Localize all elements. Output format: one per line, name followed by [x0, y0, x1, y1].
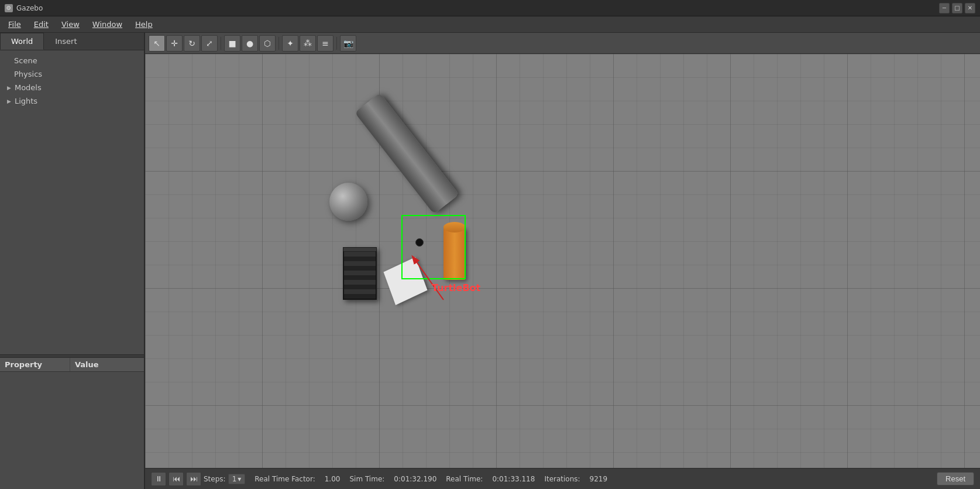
app-icon: ⚙	[5, 4, 13, 12]
property-header: Property Value	[0, 358, 144, 372]
minimize-button[interactable]: −	[939, 3, 950, 13]
iterations-value: 9219	[590, 475, 608, 483]
toolbar-btn-select[interactable]: ↖	[149, 35, 165, 52]
steps-arrow-icon: ▾	[238, 475, 241, 483]
toolbar-btn-pointlight[interactable]: ✦	[282, 35, 298, 52]
sphere-object	[329, 183, 367, 221]
svg-rect-1	[145, 54, 980, 468]
window-title: Gazebo	[16, 4, 43, 12]
iterations-label: Iterations:	[544, 475, 580, 483]
statusbar: ⏸ ⏮ ⏭ Steps: 1 ▾ Real Time Factor: 1.00 …	[145, 468, 980, 489]
menu-file[interactable]: File	[2, 18, 27, 30]
real-time-factor-label: Real Time Factor:	[255, 475, 315, 483]
toolbar: ↖✛↻⤢■●⬡✦⁂≡📷	[145, 33, 980, 54]
tree-item-physics[interactable]: Physics	[0, 67, 144, 81]
real-time-label: Real Time:	[446, 475, 483, 483]
reset-button[interactable]: Reset	[937, 472, 974, 485]
step-forward-button[interactable]: ⏭	[186, 472, 201, 486]
titlebar: ⚙ Gazebo − □ ✕	[0, 0, 980, 16]
toolbar-btn-camera[interactable]: 📷	[340, 35, 356, 52]
box-object	[343, 247, 377, 300]
toolbar-separator	[278, 37, 279, 50]
3d-scene[interactable]: TurtleBot	[145, 54, 980, 468]
sim-time-value: 0:01:32.190	[394, 475, 436, 483]
steps-value-selector[interactable]: 1 ▾	[228, 474, 246, 484]
maximize-button[interactable]: □	[952, 3, 962, 13]
real-time-factor-value: 1.00	[325, 475, 341, 483]
toolbar-btn-cylinder[interactable]: ⬡	[259, 35, 276, 52]
tab-insert[interactable]: Insert	[44, 33, 88, 50]
close-button[interactable]: ✕	[965, 3, 975, 13]
toolbar-btn-sphere[interactable]: ●	[242, 35, 258, 52]
steps-control-group: Steps: 1 ▾	[204, 474, 245, 484]
toolbar-btn-scale[interactable]: ⤢	[201, 35, 218, 52]
toolbar-separator	[221, 37, 221, 50]
viewport: ↖✛↻⤢■●⬡✦⁂≡📷	[145, 33, 980, 489]
property-column-header: Property	[0, 358, 70, 371]
value-column-header: Value	[70, 358, 144, 371]
tree-item-scene[interactable]: Scene	[0, 54, 144, 67]
tree-item-models[interactable]: Models	[0, 81, 144, 94]
world-tree: ScenePhysicsModelsLights	[0, 50, 144, 354]
menu-view[interactable]: View	[56, 18, 85, 30]
tree-item-lights[interactable]: Lights	[0, 94, 144, 108]
tab-world[interactable]: World	[0, 33, 44, 50]
toolbar-btn-dirlight[interactable]: ≡	[317, 35, 333, 52]
menu-window[interactable]: Window	[87, 18, 128, 30]
toolbar-btn-rotate[interactable]: ↻	[184, 35, 200, 52]
step-back-button[interactable]: ⏮	[169, 472, 184, 486]
tab-bar: WorldInsert	[0, 33, 144, 50]
pause-button[interactable]: ⏸	[151, 472, 166, 486]
toolbar-btn-box[interactable]: ■	[224, 35, 240, 52]
grid	[145, 54, 980, 468]
sim-time-label: Sim Time:	[349, 475, 384, 483]
menu-edit[interactable]: Edit	[28, 18, 54, 30]
main-area: WorldInsert ScenePhysicsModelsLights Pro…	[0, 33, 980, 489]
toolbar-btn-translate[interactable]: ✛	[166, 35, 183, 52]
menu-help[interactable]: Help	[129, 18, 159, 30]
real-time-value: 0:01:33.118	[492, 475, 535, 483]
titlebar-left: ⚙ Gazebo	[5, 4, 43, 12]
toolbar-separator	[336, 37, 337, 50]
steps-label: Steps:	[204, 475, 226, 483]
toolbar-btn-spotlight[interactable]: ⁂	[300, 35, 316, 52]
selection-box	[401, 215, 466, 279]
left-panel: WorldInsert ScenePhysicsModelsLights Pro…	[0, 33, 145, 489]
steps-value: 1	[232, 475, 237, 483]
titlebar-controls: − □ ✕	[939, 3, 975, 13]
menubar: FileEditViewWindowHelp	[0, 16, 980, 33]
property-content	[0, 372, 144, 489]
